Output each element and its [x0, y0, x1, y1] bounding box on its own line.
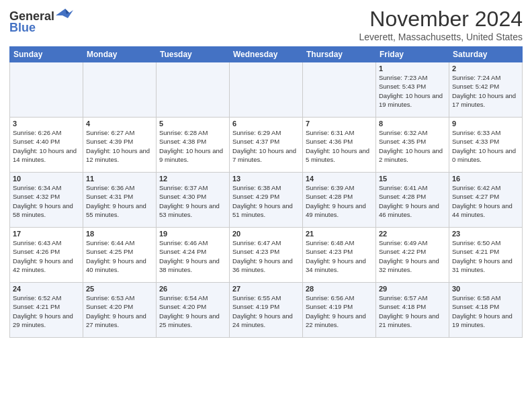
- month-title: November 2024: [359, 7, 523, 32]
- calendar-cell: 18Sunrise: 6:44 AM Sunset: 4:25 PM Dayli…: [83, 228, 157, 283]
- day-number: 7: [306, 120, 373, 128]
- calendar-cell: [157, 62, 230, 118]
- day-info: Sunrise: 6:41 AM Sunset: 4:28 PM Dayligh…: [379, 183, 446, 219]
- day-number: 29: [379, 285, 446, 293]
- week-row-4: 17Sunrise: 6:43 AM Sunset: 4:26 PM Dayli…: [10, 228, 523, 283]
- calendar-cell: 1Sunrise: 7:23 AM Sunset: 5:43 PM Daylig…: [376, 62, 449, 118]
- day-number: 18: [86, 230, 153, 238]
- day-info: Sunrise: 6:31 AM Sunset: 4:36 PM Dayligh…: [306, 128, 373, 164]
- day-info: Sunrise: 6:37 AM Sunset: 4:30 PM Dayligh…: [159, 183, 226, 219]
- logo-bird-icon: [56, 9, 73, 22]
- day-info: Sunrise: 7:24 AM Sunset: 5:42 PM Dayligh…: [452, 73, 519, 109]
- day-number: 8: [379, 120, 446, 128]
- week-row-2: 3Sunrise: 6:26 AM Sunset: 4:40 PM Daylig…: [10, 118, 523, 173]
- day-number: 27: [232, 285, 300, 293]
- day-info: Sunrise: 6:34 AM Sunset: 4:32 PM Dayligh…: [13, 183, 80, 219]
- calendar-cell: 16Sunrise: 6:42 AM Sunset: 4:27 PM Dayli…: [449, 173, 523, 228]
- day-info: Sunrise: 6:57 AM Sunset: 4:18 PM Dayligh…: [379, 293, 446, 329]
- day-number: 4: [86, 120, 153, 128]
- day-number: 20: [232, 230, 300, 238]
- day-info: Sunrise: 6:54 AM Sunset: 4:20 PM Dayligh…: [159, 293, 226, 329]
- col-wednesday: Wednesday: [230, 47, 303, 62]
- day-number: 19: [159, 230, 226, 238]
- calendar-cell: 3Sunrise: 6:26 AM Sunset: 4:40 PM Daylig…: [10, 118, 83, 173]
- calendar-container: General Blue November 2024 Leverett, Mas…: [0, 0, 532, 342]
- calendar-cell: 14Sunrise: 6:39 AM Sunset: 4:28 PM Dayli…: [303, 173, 376, 228]
- day-number: 10: [13, 175, 80, 183]
- calendar-table: Sunday Monday Tuesday Wednesday Thursday…: [9, 46, 523, 338]
- calendar-cell: 20Sunrise: 6:47 AM Sunset: 4:23 PM Dayli…: [230, 228, 303, 283]
- logo-blue-text: Blue: [9, 21, 36, 35]
- day-info: Sunrise: 6:50 AM Sunset: 4:21 PM Dayligh…: [452, 238, 519, 274]
- day-number: 13: [232, 175, 300, 183]
- col-friday: Friday: [376, 47, 449, 62]
- day-number: 25: [86, 285, 153, 293]
- day-number: 12: [159, 175, 226, 183]
- logo: General Blue: [9, 9, 73, 35]
- location: Leverett, Massachusetts, United States: [359, 32, 523, 42]
- calendar-cell: [10, 62, 83, 118]
- calendar-cell: 5Sunrise: 6:28 AM Sunset: 4:38 PM Daylig…: [157, 118, 230, 173]
- day-info: Sunrise: 7:23 AM Sunset: 5:43 PM Dayligh…: [379, 73, 446, 109]
- day-number: 5: [159, 120, 226, 128]
- day-number: 3: [13, 120, 80, 128]
- calendar-cell: 13Sunrise: 6:38 AM Sunset: 4:29 PM Dayli…: [230, 173, 303, 228]
- day-number: 16: [452, 175, 519, 183]
- day-info: Sunrise: 6:42 AM Sunset: 4:27 PM Dayligh…: [452, 183, 519, 219]
- calendar-cell: 11Sunrise: 6:36 AM Sunset: 4:31 PM Dayli…: [83, 173, 157, 228]
- col-saturday: Saturday: [449, 47, 523, 62]
- calendar-cell: 23Sunrise: 6:50 AM Sunset: 4:21 PM Dayli…: [449, 228, 523, 283]
- day-info: Sunrise: 6:58 AM Sunset: 4:18 PM Dayligh…: [452, 293, 519, 329]
- day-info: Sunrise: 6:28 AM Sunset: 4:38 PM Dayligh…: [159, 128, 226, 164]
- day-info: Sunrise: 6:33 AM Sunset: 4:33 PM Dayligh…: [452, 128, 519, 164]
- calendar-cell: 7Sunrise: 6:31 AM Sunset: 4:36 PM Daylig…: [303, 118, 376, 173]
- col-tuesday: Tuesday: [157, 47, 230, 62]
- day-info: Sunrise: 6:48 AM Sunset: 4:23 PM Dayligh…: [306, 238, 373, 274]
- day-number: 21: [306, 230, 373, 238]
- calendar-cell: 30Sunrise: 6:58 AM Sunset: 4:18 PM Dayli…: [449, 283, 523, 338]
- calendar-cell: 27Sunrise: 6:55 AM Sunset: 4:19 PM Dayli…: [230, 283, 303, 338]
- day-info: Sunrise: 6:38 AM Sunset: 4:29 PM Dayligh…: [232, 183, 300, 219]
- day-info: Sunrise: 6:52 AM Sunset: 4:21 PM Dayligh…: [13, 293, 80, 329]
- calendar-cell: 4Sunrise: 6:27 AM Sunset: 4:39 PM Daylig…: [83, 118, 157, 173]
- calendar-cell: 26Sunrise: 6:54 AM Sunset: 4:20 PM Dayli…: [157, 283, 230, 338]
- day-info: Sunrise: 6:36 AM Sunset: 4:31 PM Dayligh…: [86, 183, 153, 219]
- day-info: Sunrise: 6:44 AM Sunset: 4:25 PM Dayligh…: [86, 238, 153, 274]
- day-number: 28: [306, 285, 373, 293]
- day-info: Sunrise: 6:27 AM Sunset: 4:39 PM Dayligh…: [86, 128, 153, 164]
- col-sunday: Sunday: [10, 47, 83, 62]
- calendar-cell: [83, 62, 157, 118]
- week-row-5: 24Sunrise: 6:52 AM Sunset: 4:21 PM Dayli…: [10, 283, 523, 338]
- calendar-cell: 29Sunrise: 6:57 AM Sunset: 4:18 PM Dayli…: [376, 283, 449, 338]
- day-number: 22: [379, 230, 446, 238]
- calendar-cell: 19Sunrise: 6:46 AM Sunset: 4:24 PM Dayli…: [157, 228, 230, 283]
- col-monday: Monday: [83, 47, 157, 62]
- calendar-cell: 22Sunrise: 6:49 AM Sunset: 4:22 PM Dayli…: [376, 228, 449, 283]
- week-row-1: 1Sunrise: 7:23 AM Sunset: 5:43 PM Daylig…: [10, 62, 523, 118]
- day-info: Sunrise: 6:29 AM Sunset: 4:37 PM Dayligh…: [232, 128, 300, 164]
- day-number: 1: [379, 64, 446, 73]
- day-info: Sunrise: 6:39 AM Sunset: 4:28 PM Dayligh…: [306, 183, 373, 219]
- calendar-cell: 2Sunrise: 7:24 AM Sunset: 5:42 PM Daylig…: [449, 62, 523, 118]
- calendar-cell: 28Sunrise: 6:56 AM Sunset: 4:19 PM Dayli…: [303, 283, 376, 338]
- week-row-3: 10Sunrise: 6:34 AM Sunset: 4:32 PM Dayli…: [10, 173, 523, 228]
- calendar-cell: 12Sunrise: 6:37 AM Sunset: 4:30 PM Dayli…: [157, 173, 230, 228]
- calendar-cell: 10Sunrise: 6:34 AM Sunset: 4:32 PM Dayli…: [10, 173, 83, 228]
- day-number: 17: [13, 230, 80, 238]
- calendar-cell: 9Sunrise: 6:33 AM Sunset: 4:33 PM Daylig…: [449, 118, 523, 173]
- day-info: Sunrise: 6:32 AM Sunset: 4:35 PM Dayligh…: [379, 128, 446, 164]
- day-number: 9: [452, 120, 519, 128]
- header: General Blue November 2024 Leverett, Mas…: [9, 7, 523, 42]
- calendar-cell: 6Sunrise: 6:29 AM Sunset: 4:37 PM Daylig…: [230, 118, 303, 173]
- day-info: Sunrise: 6:46 AM Sunset: 4:24 PM Dayligh…: [159, 238, 226, 274]
- day-info: Sunrise: 6:55 AM Sunset: 4:19 PM Dayligh…: [232, 293, 300, 329]
- calendar-cell: 25Sunrise: 6:53 AM Sunset: 4:20 PM Dayli…: [83, 283, 157, 338]
- day-number: 24: [13, 285, 80, 293]
- day-number: 14: [306, 175, 373, 183]
- calendar-cell: [230, 62, 303, 118]
- calendar-cell: 24Sunrise: 6:52 AM Sunset: 4:21 PM Dayli…: [10, 283, 83, 338]
- calendar-cell: 8Sunrise: 6:32 AM Sunset: 4:35 PM Daylig…: [376, 118, 449, 173]
- day-number: 23: [452, 230, 519, 238]
- col-thursday: Thursday: [303, 47, 376, 62]
- day-info: Sunrise: 6:53 AM Sunset: 4:20 PM Dayligh…: [86, 293, 153, 329]
